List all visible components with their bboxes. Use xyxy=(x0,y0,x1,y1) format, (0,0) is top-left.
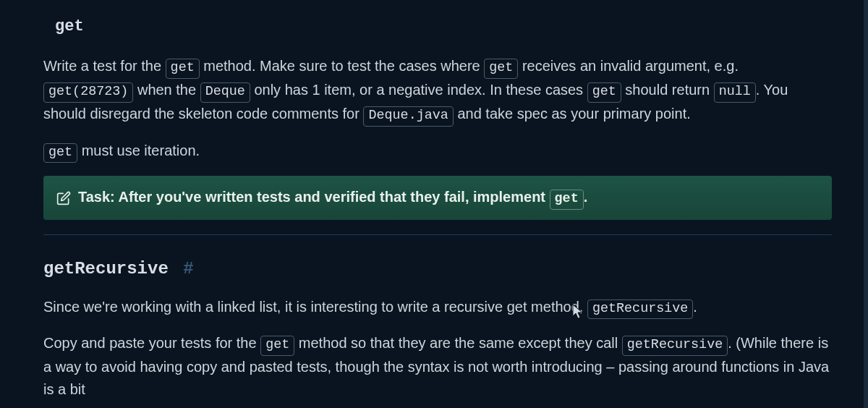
doc-content: get Write a test for the get method. Mak… xyxy=(43,14,832,401)
code-inline: get xyxy=(43,143,77,163)
code-inline: getRecursive xyxy=(622,336,728,356)
code-inline: Deque xyxy=(200,82,250,103)
text: must use iteration. xyxy=(77,143,200,158)
text: receives an invalid argument, e.g. xyxy=(518,58,739,74)
code-inline: get xyxy=(550,190,584,210)
task-text: Task: After you've written tests and ver… xyxy=(78,186,587,210)
code-inline: get xyxy=(587,82,621,103)
paragraph: get must use iteration. xyxy=(43,140,832,163)
text: when the xyxy=(133,82,200,98)
section-title-getrecursive: getRecursive # xyxy=(43,255,832,282)
section-divider xyxy=(43,234,832,235)
paragraph: Since we're working with a linked list, … xyxy=(43,296,832,320)
text: method so that they are the same except … xyxy=(294,335,621,351)
text: Write a test for the xyxy=(43,58,166,74)
code-inline: get xyxy=(484,59,518,79)
text: should return xyxy=(621,82,714,98)
text: Copy and paste your tests for the xyxy=(43,335,260,351)
section-title-get: get xyxy=(55,14,832,39)
text: only has 1 item, or a negative index. In… xyxy=(250,82,587,98)
scrollbar-track[interactable] xyxy=(864,0,868,408)
text: Task: After you've written tests and ver… xyxy=(78,189,550,205)
text: and take spec as your primary point. xyxy=(454,106,691,122)
task-callout: Task: After you've written tests and ver… xyxy=(43,176,832,220)
anchor-link[interactable]: # xyxy=(183,259,193,279)
text: . xyxy=(584,189,588,205)
code-inline: get(28723) xyxy=(43,82,133,103)
edit-icon xyxy=(56,191,71,205)
code-inline: Deque.java xyxy=(363,106,453,127)
paragraph: Copy and paste your tests for the get me… xyxy=(43,332,832,401)
code-inline: get xyxy=(260,336,294,356)
text: Since we're working with a linked list, … xyxy=(43,299,587,315)
code-inline: getRecursive xyxy=(587,299,693,320)
heading-text: getRecursive xyxy=(43,259,169,279)
code-inline: null xyxy=(714,82,756,103)
text: . xyxy=(693,299,697,315)
text: method. Make sure to test the cases wher… xyxy=(200,58,485,74)
code-inline: get xyxy=(166,59,200,79)
paragraph: Write a test for the get method. Make su… xyxy=(43,55,832,127)
